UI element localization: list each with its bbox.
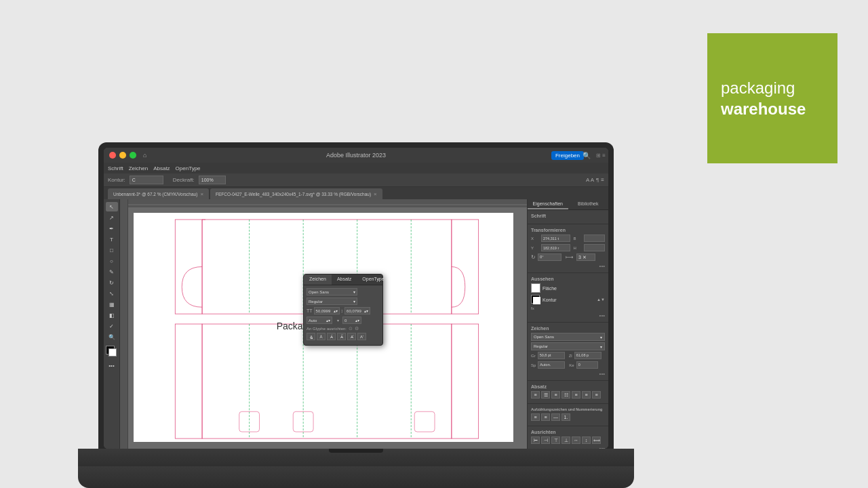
search-icon[interactable]: 🔍 <box>583 152 591 159</box>
font-size-field[interactable]: 50,8 pt <box>538 352 565 359</box>
align-justify-last-right[interactable]: ≡ <box>592 391 601 399</box>
align-justify[interactable]: ☷ <box>561 391 570 399</box>
ausrichten-btn-3[interactable]: ⊤ <box>551 436 560 444</box>
align-btn-2[interactable]: Ā <box>317 333 326 340</box>
list-btn-3[interactable]: 1. <box>561 413 570 421</box>
zeichen-panel: Zeichen Absatz OpenType × Open Sans <box>303 274 383 346</box>
color-swatches <box>106 346 118 358</box>
pen-tool[interactable]: ✒ <box>106 224 118 233</box>
menu-absatz[interactable]: Absatz <box>153 165 170 171</box>
tab-1[interactable]: Unbenannt-3* @ 67.2 % (CMYK/Vorschau) × <box>108 188 209 199</box>
tab-2[interactable]: FEFCO-0427_E-Welle_483_340x240x45_1-7.sv… <box>210 188 382 199</box>
tab1-close[interactable]: × <box>200 191 203 197</box>
tab-bibliothek[interactable]: Bibliothek <box>568 199 609 209</box>
gradient-tool[interactable]: ◧ <box>106 310 118 320</box>
kerning-right-field[interactable]: 0 <box>576 361 598 369</box>
tracking-right-field[interactable]: Auton. <box>538 361 565 369</box>
align-justify-last-center[interactable]: ≡ <box>582 391 591 399</box>
minimize-button[interactable] <box>119 152 126 159</box>
tracking-row: Auto ▴▾ ▾ 0 ▴▾ <box>307 317 380 324</box>
scale-tool[interactable]: ⤡ <box>106 289 118 298</box>
ausrichten-row1: ⊢ ⊣ ⊤ ⊥ ↔ ↕ ⟺ <box>531 436 605 444</box>
type-tool[interactable]: T <box>106 235 118 244</box>
screen-inner: ⌂ Adobe Illustrator 2023 Freigeben 🔍 ⊞ ≡… <box>104 148 608 449</box>
align-justify-last-left[interactable]: ≡ <box>572 391 580 399</box>
tab-eigenschaften[interactable]: Eigenschaften <box>528 199 568 209</box>
canvas-area[interactable]: Packaging-warehouse Zeichen Absatz OpenT… <box>120 199 527 449</box>
list-btn-1[interactable]: ≡ <box>531 413 540 421</box>
flache-swatch[interactable] <box>531 283 540 293</box>
align-btn-5[interactable]: A̕ <box>347 333 356 340</box>
font-style-dropdown[interactable]: Regular ▾ <box>307 298 357 305</box>
list-dash[interactable]: — <box>551 413 560 421</box>
tracking-field[interactable]: Auto ▴▾ <box>307 317 332 324</box>
style-dropdown[interactable]: Regular ▾ <box>531 342 605 350</box>
eyedropper-tool[interactable]: ✓ <box>106 321 118 331</box>
aussehen-more[interactable]: ••• <box>531 312 605 319</box>
ausrichten-btn-4[interactable]: ⊥ <box>561 436 570 444</box>
align-left[interactable]: ≡ <box>531 391 540 399</box>
ausrichten-btn-6[interactable]: ↕ <box>582 436 591 444</box>
flache-row: Fläche <box>531 283 605 293</box>
kontur-label: Kontur: <box>108 177 125 183</box>
leading-field-right[interactable]: 61,08 p <box>574 352 601 359</box>
zeichen-tab-zeichen[interactable]: Zeichen <box>304 274 332 285</box>
ellipse-tool[interactable]: ○ <box>106 256 118 266</box>
rotate-tool[interactable]: ↻ <box>106 278 118 287</box>
transformieren-more[interactable]: ••• <box>531 263 605 269</box>
tab2-close[interactable]: × <box>374 191 377 197</box>
size-field[interactable]: 50,0999 ▴▾ <box>314 307 340 314</box>
font-dropdown[interactable]: Open Sans ▾ <box>307 288 357 296</box>
freigeben-button[interactable]: Freigeben <box>551 151 584 160</box>
align-right[interactable]: ≡ <box>551 391 560 399</box>
zoom-tool[interactable]: 🔍 <box>106 332 118 342</box>
more-tools[interactable]: ••• <box>106 361 118 370</box>
select-tool[interactable]: ↖ <box>106 202 118 211</box>
fullscreen-button[interactable] <box>130 152 136 159</box>
style-arrow: ▾ <box>353 299 355 304</box>
align-center[interactable]: ☰ <box>541 391 550 399</box>
zeichen-panel-close[interactable]: × <box>376 277 380 283</box>
align-btn-1[interactable]: A̲ <box>307 333 315 340</box>
brush-tool[interactable]: ✎ <box>106 267 118 277</box>
schrift-title: Schrift <box>531 214 605 218</box>
close-button[interactable] <box>109 152 116 159</box>
list-btn-2[interactable]: ≡ <box>541 413 550 421</box>
kontur-field[interactable]: C <box>130 176 163 184</box>
ausrichten-btn-1[interactable]: ⊢ <box>531 436 540 444</box>
shear-field[interactable]: 3 ✕ <box>576 253 595 261</box>
logo-line2: warehouse <box>721 98 806 119</box>
zeichen-tab-absatz[interactable]: Absatz <box>332 274 357 285</box>
y-field[interactable]: 182,619 r <box>541 244 570 251</box>
rot-field[interactable]: 0° <box>538 253 561 261</box>
zeichen-right-more[interactable]: ••• <box>531 371 605 377</box>
align-btn-4[interactable]: A̎ <box>337 333 346 340</box>
align-btn-3[interactable]: A̍ <box>327 333 336 340</box>
h-field[interactable] <box>584 244 605 251</box>
ausrichten-btn-2[interactable]: ⊣ <box>541 436 550 444</box>
svg-rect-4 <box>452 220 479 314</box>
schrift-dropdown[interactable]: Open Sans ▾ <box>531 333 605 341</box>
align-btn-6[interactable]: A' <box>357 333 366 340</box>
zeichen-tab-opentype[interactable]: OpenType <box>357 274 389 285</box>
b-field[interactable] <box>584 235 605 242</box>
menu-opentype[interactable]: OpenType <box>176 165 201 171</box>
direct-select-tool[interactable]: ↗ <box>106 213 118 222</box>
ausrichten-btn-7[interactable]: ⟺ <box>592 436 601 444</box>
ausrichten-btn-5[interactable]: ↔ <box>572 436 580 444</box>
tracking-right-row: Sp Auton. Ke 0 <box>531 361 605 369</box>
app-title: Adobe Illustrator 2023 <box>326 152 386 159</box>
logo-box: packaging warehouse <box>707 33 837 163</box>
menu-schrift[interactable]: Schrift <box>108 165 123 171</box>
svg-rect-11 <box>452 324 479 439</box>
deckraft-field[interactable]: 100% <box>199 176 226 184</box>
window-controls: ⊞ ≡ <box>596 152 606 159</box>
rect-tool[interactable]: □ <box>106 245 118 255</box>
leading-field[interactable]: 60,0799 ▴▾ <box>344 307 370 314</box>
aufzahlung-row: ≡ ≡ — 1. <box>531 413 605 421</box>
menu-zeichen[interactable]: Zeichen <box>129 165 148 171</box>
absatz-align-row: ≡ ☰ ≡ ☷ ≡ ≡ ≡ <box>531 391 605 399</box>
x-field[interactable]: 274,311 t <box>541 235 570 242</box>
graph-tool[interactable]: ▦ <box>106 300 118 309</box>
kerning-field[interactable]: 0 ▴▾ <box>342 317 361 324</box>
